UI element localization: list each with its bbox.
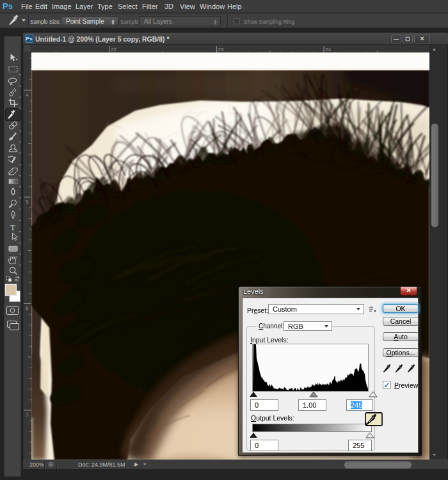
svg-text:24: 24 — [325, 47, 331, 52]
svg-text:5: 5 — [26, 199, 29, 205]
svg-text:4: 4 — [26, 92, 29, 98]
svg-text:23: 23 — [218, 47, 224, 52]
svg-text:6: 6 — [26, 305, 29, 311]
svg-text:7: 7 — [26, 412, 29, 418]
svg-text:22: 22 — [111, 47, 116, 52]
svg-text:T: T — [10, 223, 15, 232]
